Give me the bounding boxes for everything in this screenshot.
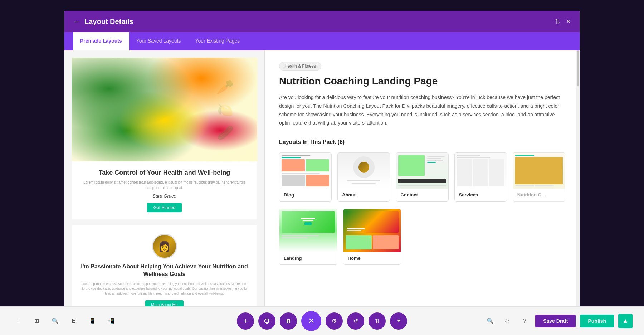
preview-signature: Sara Grace [79,193,250,199]
profile-section: 👩 I'm Passionate About Helping You Achie… [72,225,257,317]
layout-thumb-about [338,153,390,189]
back-icon[interactable]: ← [73,18,80,26]
toolbar-dots-icon[interactable]: ⋮ [11,315,24,327]
preview-card-bottom: 👩 I'm Passionate About Helping You Achie… [72,225,257,319]
layout-thumb-blog [279,153,331,189]
modal-body: 🥕 🍋 🥒 Take Control of Your Health and We… [64,50,580,319]
layout-card-services[interactable]: Services [454,152,507,202]
help-icon[interactable]: ? [518,315,531,327]
modal-title: Layout Details [84,18,133,26]
sort-button[interactable]: ⇅ [369,312,386,330]
layout-thumb-nutrition [513,153,565,189]
modal-header-right: ⇅ ✕ [555,18,571,25]
layout-description: Are you looking for a delicious way to f… [279,93,565,127]
preview-body-text: Lorem ipsum dolor sit amet consectetur a… [79,180,250,190]
layout-card-landing-label: Landing [279,252,337,264]
veggie-icons: 🥕 🍋 🥒 [193,58,257,161]
layout-card-contact-label: Contact [396,189,448,201]
refresh-icon[interactable]: ♺ [501,315,514,327]
history-button[interactable]: ↺ [347,312,364,330]
tab-premade-layouts[interactable]: Premade Layouts [73,32,129,50]
preview-hero-image: 🥕 🍋 🥒 [72,58,257,161]
avatar: 👩 [152,234,177,259]
layout-card-nutrition[interactable]: Nutrition C... [513,152,565,202]
tab-bar: Premade Layouts Your Saved Layouts Your … [64,32,580,50]
toolbar-center: + ⏻ 🗑 ✕ ⚙ ↺ ⇅ ✦ [237,311,407,331]
thumb-circle [353,156,375,178]
preview-text-section: Take Control of Your Health and Well-bei… [72,161,257,219]
layout-thumb-home [343,209,401,252]
layout-card-nutrition-label: Nutrition C... [513,189,565,201]
layout-card-blog[interactable]: Blog [279,152,332,202]
modal-header: ← Layout Details ⇅ ✕ [64,11,580,32]
layout-title: Nutrition Coaching Landing Page [279,76,565,87]
profile-heading: I'm Passionate About Helping You Achieve… [80,263,249,278]
category-badge: Health & Fitness [279,62,321,71]
close-modal-icon[interactable]: ✕ [566,18,571,25]
layout-card-contact[interactable]: Contact [396,152,448,202]
toolbar-mobile-icon[interactable]: 📲 [104,315,117,327]
layout-card-home-label: Home [343,252,401,264]
layout-card-about[interactable]: About [337,152,390,202]
add-button[interactable]: + [237,312,254,330]
thumb-person [358,162,369,173]
scrollbar-track[interactable] [576,50,580,319]
toolbar-search-icon[interactable]: 🔍 [49,315,62,327]
bottom-toolbar: ⋮ ⊞ 🔍 🖥 📱 📲 + ⏻ 🗑 ✕ ⚙ ↺ ⇅ ✦ 🔍 ♺ ? Save D… [0,306,644,335]
x-button[interactable]: ✕ [301,311,321,331]
search-small-icon[interactable]: 🔍 [484,315,497,327]
toolbar-left: ⋮ ⊞ 🔍 🖥 📱 📲 [11,315,117,327]
publish-button[interactable]: Publish [580,315,614,327]
layouts-grid-row1: Blog About [279,152,565,202]
layout-card-home[interactable]: Home [343,209,401,265]
detail-panel: Health & Fitness Nutrition Coaching Land… [265,50,580,319]
preview-get-started-btn[interactable]: Get Started [147,203,182,212]
toolbar-tablet-icon[interactable]: 📱 [86,315,99,327]
sort-icon[interactable]: ⇅ [555,18,560,25]
modal-header-left: ← Layout Details [73,18,133,26]
layout-card-blog-label: Blog [279,189,331,201]
preview-headline: Take Control of Your Health and Well-bei… [79,169,250,177]
layout-details-modal: ← Layout Details ⇅ ✕ Premade Layouts You… [64,11,580,319]
star-button[interactable]: ✦ [390,312,407,330]
layout-thumb-landing [279,209,337,252]
layout-card-landing[interactable]: Landing [279,209,337,265]
layout-card-services-label: Services [455,189,507,201]
trash-button[interactable]: 🗑 [280,312,297,330]
preview-panel: 🥕 🍋 🥒 Take Control of Your Health and We… [64,50,265,319]
preview-card-top: 🥕 🍋 🥒 Take Control of Your Health and We… [72,58,257,219]
layouts-pack-title: Layouts In This Pack (6) [279,139,565,145]
tab-existing-pages[interactable]: Your Existing Pages [188,32,247,50]
chevron-up-button[interactable]: ▲ [618,314,633,328]
profile-body: Our deep-rooted enthusiasm drives us to … [80,282,249,296]
toolbar-right: 🔍 ♺ ? Save Draft Publish ▲ [484,314,633,328]
scrollbar-thumb [577,50,579,86]
layouts-grid-row2: Landing [279,209,465,265]
save-draft-button[interactable]: Save Draft [535,315,576,327]
power-button[interactable]: ⏻ [258,312,275,330]
toolbar-layout-icon[interactable]: ⊞ [30,315,43,327]
settings-button[interactable]: ⚙ [326,312,343,330]
layout-thumb-services [455,153,507,189]
toolbar-desktop-icon[interactable]: 🖥 [67,315,80,327]
tab-saved-layouts[interactable]: Your Saved Layouts [129,32,188,50]
layout-card-about-label: About [338,189,390,201]
layout-thumb-contact [396,153,448,189]
